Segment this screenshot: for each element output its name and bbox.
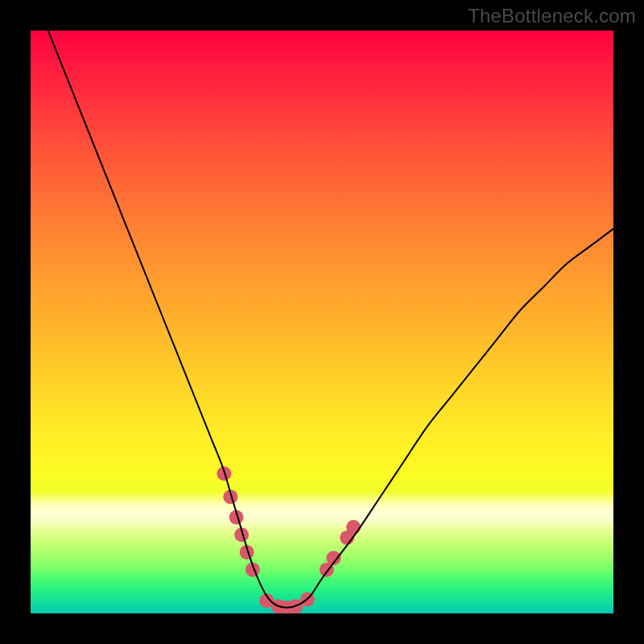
chart-frame: TheBottleneck.com — [0, 0, 644, 644]
bottleneck-curve — [48, 31, 613, 608]
watermark-text: TheBottleneck.com — [468, 5, 636, 27]
curve-layer — [31, 31, 613, 613]
plot-area — [31, 31, 613, 613]
curve-marker — [346, 520, 361, 535]
marker-group — [217, 466, 361, 613]
